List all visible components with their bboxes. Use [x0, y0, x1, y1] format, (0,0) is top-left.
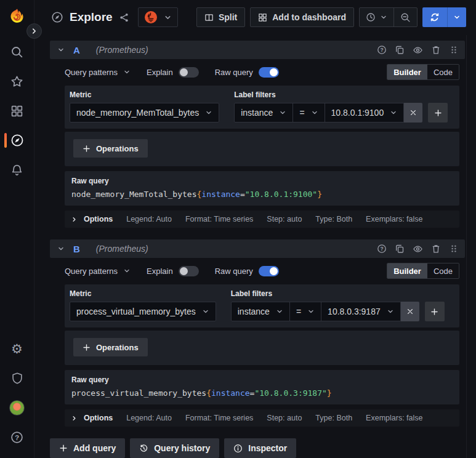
toggle-knob [180, 68, 188, 76]
add-filter-button[interactable] [428, 103, 448, 123]
options-type: Type: Both [315, 215, 352, 223]
chevron-down-icon [311, 109, 318, 116]
raw-query-toggle[interactable] [259, 266, 279, 276]
sidebar-item-search[interactable] [0, 37, 34, 66]
run-query-button[interactable] [422, 7, 447, 27]
explore-query-area: A (Prometheus) ? Query patterns [50, 41, 465, 458]
raw-query-toggle[interactable] [259, 67, 279, 78]
query-help-icon[interactable]: ? [377, 244, 387, 254]
plus-icon [83, 145, 91, 153]
raw-query-label: Raw query [215, 68, 253, 77]
run-query-interval-dropdown[interactable] [447, 7, 466, 27]
add-query-label: Add query [73, 443, 116, 453]
query-patterns-label: Query patterns [65, 68, 118, 77]
filter-value-select[interactable]: 10.8.0.1:9100 [325, 103, 405, 123]
sidebar-item-help[interactable]: ? [0, 422, 34, 452]
refresh-icon [430, 12, 440, 22]
search-icon [10, 46, 23, 58]
options-expander[interactable]: Options [71, 215, 113, 223]
sidebar-item-profile[interactable] [0, 393, 34, 422]
datasource-picker[interactable] [138, 7, 178, 27]
builder-mode-option[interactable]: Builder [387, 263, 427, 278]
duplicate-query-icon[interactable] [395, 45, 405, 55]
sidebar-item-explore[interactable] [0, 126, 34, 155]
builder-mode-option[interactable]: Builder [387, 65, 427, 79]
code-mode-option[interactable]: Code [427, 263, 459, 278]
inspector-button[interactable]: Inspector [224, 438, 296, 458]
gear-icon: ⚙ [11, 342, 23, 355]
chevron-down-icon [164, 14, 172, 22]
filter-operator-select[interactable]: = [289, 302, 321, 321]
filter-operator-select[interactable]: = [292, 103, 325, 123]
chevron-down-icon [276, 308, 283, 315]
options-type: Type: Both [315, 414, 352, 422]
raw-query-preview: Raw query node_memory_MemTotal_bytes{ins… [65, 171, 459, 206]
collapse-chevron-icon[interactable] [57, 46, 65, 54]
top-nav: Explore S [35, 0, 476, 34]
add-filter-button[interactable] [425, 302, 445, 321]
query-patterns-label: Query patterns [65, 267, 118, 276]
metric-select[interactable]: process_virtual_memory_bytes [70, 302, 216, 321]
run-query-button-group [422, 7, 466, 27]
sidebar-item-configuration[interactable]: ⚙ [0, 334, 34, 363]
remove-filter-button[interactable] [401, 302, 419, 321]
raw-query-preview: Raw query process_virtual_memory_bytes{i… [65, 370, 459, 404]
duplicate-query-icon[interactable] [395, 244, 405, 254]
code-rbrace: } [327, 388, 332, 398]
query-help-icon[interactable]: ? [377, 45, 387, 55]
filter-key-select[interactable]: instance [231, 302, 290, 321]
zoom-out-button[interactable] [393, 8, 417, 26]
filter-value-select[interactable]: 10.8.0.3:9187 [321, 302, 401, 321]
filter-value: 10.8.0.3:9187 [328, 307, 381, 316]
raw-query-label: Raw query [215, 267, 253, 276]
share-icon[interactable] [119, 12, 129, 23]
metric-select[interactable]: node_memory_MemTotal_bytes [70, 103, 219, 123]
compass-icon [10, 134, 24, 147]
sidebar-item-starred[interactable] [0, 66, 34, 96]
drag-handle-icon[interactable] [449, 45, 459, 55]
collapse-chevron-icon[interactable] [57, 245, 65, 252]
options-exemplars: Exemplars: false [366, 215, 422, 223]
time-range-picker[interactable] [360, 8, 393, 26]
hide-query-eye-icon[interactable] [413, 244, 423, 254]
drag-handle-icon[interactable] [449, 244, 459, 254]
add-operations-button[interactable]: Operations [73, 139, 148, 158]
raw-query-code: process_virtual_memory_bytes{instance="1… [71, 388, 453, 398]
add-operations-button[interactable]: Operations [73, 338, 148, 356]
query-datasource-label: (Prometheus) [96, 244, 148, 254]
sidebar-item-dashboards[interactable] [0, 96, 34, 126]
code-string-value: "10.8.0.3:9187" [254, 388, 326, 398]
remove-filter-button[interactable] [404, 103, 422, 123]
query-row-header[interactable]: B (Prometheus) ? [50, 239, 465, 258]
sidebar-item-server-admin[interactable] [0, 363, 34, 393]
query-patterns-dropdown[interactable]: Query patterns [65, 68, 131, 77]
raw-query-preview-label: Raw query [71, 177, 453, 185]
metric-label: Metric [70, 90, 219, 99]
query-row-header[interactable]: A (Prometheus) ? [50, 41, 465, 59]
explain-toggle[interactable] [179, 67, 199, 78]
add-query-button[interactable]: Add query [50, 438, 125, 458]
code-label-key: instance [211, 388, 250, 398]
remove-query-trash-icon[interactable] [431, 244, 441, 254]
remove-query-trash-icon[interactable] [431, 45, 441, 55]
filter-key-value: instance [241, 108, 273, 118]
operations-label: Operations [96, 343, 139, 352]
grafana-logo[interactable] [8, 7, 26, 26]
split-button[interactable]: Split [196, 7, 245, 27]
query-options-bar: Options Legend: Auto Format: Time series… [65, 211, 459, 228]
filter-key-select[interactable]: instance [234, 103, 293, 123]
clock-icon [366, 12, 376, 22]
sidebar: ⚙ ? [0, 0, 34, 458]
query-history-button[interactable]: Query history [130, 438, 219, 458]
explain-toggle[interactable] [179, 266, 199, 276]
options-expander[interactable]: Options [71, 414, 113, 422]
query-patterns-dropdown[interactable]: Query patterns [65, 267, 131, 276]
add-to-dashboard-button[interactable]: Add to dashboard [250, 7, 354, 27]
chevron-down-icon [307, 308, 315, 315]
code-mode-option[interactable]: Code [427, 65, 459, 79]
explain-label: Explain [147, 267, 173, 276]
sidebar-item-alerting[interactable] [0, 155, 34, 185]
sidebar-expand-button[interactable] [26, 23, 42, 39]
options-label: Options [84, 215, 113, 223]
hide-query-eye-icon[interactable] [413, 45, 423, 55]
